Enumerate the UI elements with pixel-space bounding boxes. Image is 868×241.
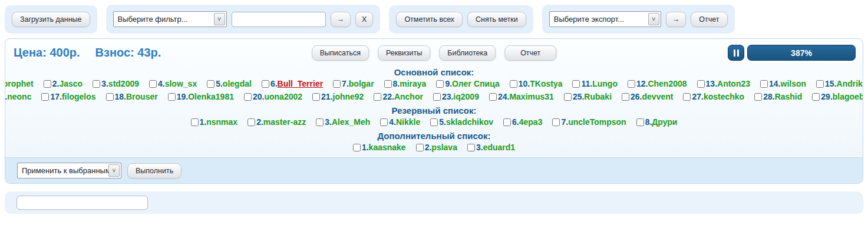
item-number: 24. [498,92,509,101]
filter-input[interactable] [232,12,326,27]
item-checkbox[interactable] [628,80,635,88]
item-name[interactable]: skladchikov [446,117,493,127]
item-checkbox[interactable] [564,93,572,101]
item-name[interactable]: johne92 [333,92,364,101]
item-name[interactable]: Друри [652,117,677,127]
item-name[interactable]: std2009 [108,79,139,88]
item-checkbox[interactable] [312,93,320,101]
item-name[interactable]: Bull_Terrier [278,79,324,88]
item-name[interactable]: wilson [781,79,807,88]
mark-all-button[interactable]: Отметить всех [396,12,463,27]
item-name[interactable]: master-azz [263,117,306,127]
item-checkbox[interactable] [683,93,691,101]
item-checkbox[interactable] [93,80,100,88]
item-checkbox[interactable] [416,144,424,151]
signout-button[interactable]: Выписаться [312,45,369,61]
item-name[interactable]: 4epa3 [519,117,543,127]
item-checkbox[interactable] [380,118,388,126]
item-name[interactable]: kaasnake [369,143,406,152]
filter-clear-button[interactable]: X [355,12,373,27]
item-checkbox[interactable] [41,93,49,101]
item-checkbox[interactable] [812,93,820,101]
item-checkbox[interactable] [333,80,341,88]
apply-select[interactable]: Применить к выбранным... ˅ [17,163,121,179]
item-checkbox[interactable] [760,80,768,88]
item-name[interactable]: kostechko [704,92,744,101]
item-name[interactable]: Rashid [775,92,803,101]
item-name[interactable]: prophet [5,79,34,88]
item-name[interactable]: filogelos [62,92,96,101]
item-checkbox[interactable] [106,93,114,101]
item-checkbox[interactable] [572,80,580,88]
library-button[interactable]: Библиотека [439,45,496,61]
item-name[interactable]: bolgar [349,79,374,88]
item-name[interactable]: eduard1 [483,143,515,152]
item-checkbox[interactable] [353,144,361,151]
item-name[interactable]: neonc [7,92,31,101]
item-checkbox[interactable] [816,80,824,88]
item-checkbox[interactable] [374,93,381,101]
item-name[interactable]: slow_sx [165,79,197,88]
item-name[interactable]: Maximus31 [509,92,553,101]
item-checkbox[interactable] [489,93,497,101]
item-checkbox[interactable] [191,118,199,126]
item-checkbox[interactable] [430,118,438,126]
item-name[interactable]: pslava [431,143,457,152]
item-checkbox[interactable] [168,93,176,101]
filter-select[interactable]: Выберите фильтр... ˅ [113,11,227,27]
item-checkbox[interactable] [44,80,51,88]
item-name[interactable]: Chen2008 [648,79,687,88]
item-checkbox[interactable] [149,80,157,88]
item-checkbox[interactable] [697,80,705,88]
item-name[interactable]: devvent [642,92,674,101]
list-item: 1.nsnmax [191,117,238,127]
item-name[interactable]: Brouser [126,92,158,101]
export-apply-button[interactable]: → [666,12,687,27]
item-checkbox[interactable] [433,93,441,101]
item-name[interactable]: uona2002 [264,92,302,101]
unmark-button[interactable]: Снять метки [467,12,526,27]
item-name[interactable]: Anchor [394,92,423,101]
item-checkbox[interactable] [552,118,560,126]
item-number: 1. [362,143,369,152]
item-name[interactable]: Олег Спица [452,79,500,88]
item-checkbox[interactable] [384,80,392,88]
item-name[interactable]: Andrik0303 [837,79,863,88]
item-checkbox[interactable] [244,93,252,101]
item-checkbox[interactable] [754,93,762,101]
item-checkbox[interactable] [207,80,214,88]
requisites-button[interactable]: Реквизиты [378,45,430,61]
pause-button[interactable] [728,45,744,61]
item-checkbox[interactable] [467,144,475,151]
item-name[interactable]: Olenka1981 [188,92,234,101]
item-name[interactable]: olegdal [223,79,252,88]
item-name[interactable]: iq2009 [453,92,479,101]
execute-button[interactable]: Выполнить [127,163,181,179]
item-checkbox[interactable] [316,118,324,126]
item-name[interactable]: Lungo [592,79,618,88]
item-checkbox[interactable] [622,93,629,101]
item-name[interactable]: Nikkle [396,117,420,127]
report-button[interactable]: Отчет [691,12,727,27]
item-name[interactable]: uncleTompson [568,117,626,127]
item-name[interactable]: blagoeblago [833,92,863,101]
item-name[interactable]: miraya [400,79,426,88]
item-checkbox[interactable] [636,118,644,126]
item-name[interactable]: TKostya [530,79,562,88]
item-checkbox[interactable] [503,118,511,126]
item-checkbox[interactable] [436,80,444,88]
report-panel-button[interactable]: Отчет [504,45,556,61]
item-name[interactable]: Alex_Meh [332,117,370,127]
item-checkbox[interactable] [247,118,255,126]
filter-apply-button[interactable]: → [331,12,351,27]
item-checkbox[interactable] [510,80,517,88]
bottom-input[interactable] [16,196,148,210]
item-name[interactable]: Rubaki [584,92,612,101]
item-name[interactable]: Anton23 [717,79,750,88]
item-name[interactable]: nsnmax [206,117,237,127]
load-data-button[interactable]: Загрузить данные [12,12,90,27]
item-name[interactable]: Jasco [59,79,82,88]
export-select[interactable]: Выберите экспорт... ˅ [549,11,661,27]
list-item: 1.prophet [5,79,34,88]
item-checkbox[interactable] [262,80,269,88]
